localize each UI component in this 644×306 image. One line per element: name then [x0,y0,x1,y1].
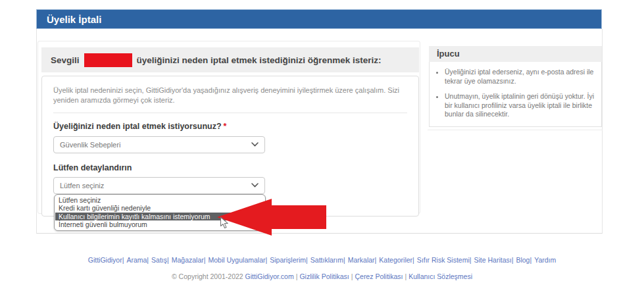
copyright-line: © Copyright 2001-2022 GittiGidiyor.com|G… [0,272,644,280]
copyright-link[interactable]: GittiGidiyor.com [245,272,294,280]
redacted-username [84,53,132,67]
copyright-link[interactable]: Çerez Politikası [355,272,403,280]
chevron-down-icon [251,142,259,147]
detail-select[interactable]: Lütfen seçiniz [53,177,265,194]
annotation-arrow-tail [271,205,326,229]
detail-label: Lütfen detaylandırın [53,163,407,172]
form-description: Üyelik iptal nedeninizi seçin, GittiGidi… [53,86,409,105]
footer-separator: | [470,256,472,264]
footer-separator: | [375,256,377,264]
footer-separator: | [167,256,169,264]
tips-list: Üyeliğinizi iptal ederseniz, aynı e-post… [433,68,596,119]
footer-separator: | [204,256,206,264]
footer-separator: | [265,256,267,264]
tips-body: Üyeliğinizi iptal ederseniz, aynı e-post… [429,62,602,127]
copyright-separator: | [296,272,298,280]
copyright-link[interactable]: Kullanıcı Sözleşmesi [409,272,472,280]
footer-separator: | [122,256,124,264]
footer-separator: | [512,256,514,264]
footer-separator: | [343,256,345,264]
greeting-heading: Sevgili üyeliğinizi neden iptal etmek is… [41,47,419,72]
chevron-down-icon [251,183,259,188]
cancel-reason-selected-value: Güvenlik Sebepleri [60,141,120,149]
footer-link[interactable]: Mobil Uygulamalar [209,256,266,264]
mouse-cursor-icon [220,217,229,232]
greeting-prefix: Sevgili [51,55,80,65]
page-title: Üyelik İptali [47,14,101,25]
footer-links: GittiGidiyor|Arama|Satış|Mağazalar|Mobil… [0,256,644,264]
cancel-reason-label: Üyeliğinizi neden iptal etmek istiyorsun… [53,122,407,131]
footer-separator: | [530,256,532,264]
footer-separator: | [147,256,149,264]
footer-link[interactable]: Satış [151,256,167,264]
footer-link[interactable]: Site Haritası [474,256,511,264]
footer-link[interactable]: Sıfır Risk Sistemi [417,256,470,264]
greeting-suffix: üyeliğinizi neden iptal etmek istediğini… [137,55,382,65]
page-title-bar: Üyelik İptali [36,9,602,29]
footer-link[interactable]: Markalar [348,256,375,264]
cancel-reason-select[interactable]: Güvenlik Sebepleri [53,136,265,153]
required-asterisk: * [224,122,227,131]
tips-header: İpucu [429,46,602,62]
tip-item: Üyeliğinizi iptal ederseniz, aynı e-post… [445,68,596,86]
copyright-link[interactable]: Gizlilik Politikası [299,272,349,280]
footer-link[interactable]: Siparişlerim [270,256,306,264]
copyright-separator: | [351,272,353,280]
footer-link[interactable]: GittiGidiyor [88,256,122,264]
divider [53,113,407,113]
footer-link[interactable]: Mağazalar [172,256,204,264]
footer-link[interactable]: Yardım [534,256,556,264]
footer-separator: | [306,256,308,264]
tip-item: Unutmayın, üyelik iptalinin geri dönüşü … [445,92,596,120]
copyright-text: © Copyright 2001-2022 [172,272,245,280]
footer-link[interactable]: Kategoriler [379,256,412,264]
footer-link[interactable]: Sattıklarım [310,256,343,264]
detail-selected-value: Lütfen seçiniz [60,182,104,190]
footer-link[interactable]: Arama [126,256,147,264]
footer-separator: | [412,256,414,264]
footer-link[interactable]: Blog [516,256,530,264]
copyright-separator: | [405,272,407,280]
sidebar-divider [428,130,603,130]
